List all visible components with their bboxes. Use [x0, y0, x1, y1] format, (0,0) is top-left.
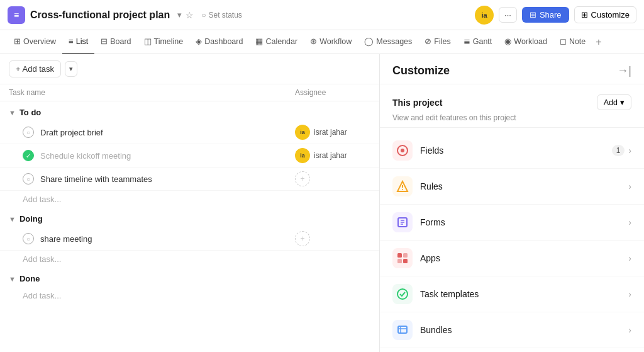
task-row[interactable]: ✓ Schedule kickoff meeting ia israt jaha… — [0, 144, 379, 167]
customize-panel: Customize →| This project Add ▾ View and… — [380, 54, 644, 352]
dashboard-icon: ◈ — [196, 37, 202, 46]
section-todo-header[interactable]: ▼ To do — [0, 101, 379, 121]
assignee-empty-icon[interactable]: + — [295, 171, 310, 186]
project-section: This project Add ▾ View and edit feature… — [380, 84, 644, 128]
overview-icon: ⊞ — [14, 37, 21, 46]
tab-note[interactable]: ◻ Note — [553, 30, 592, 54]
table-header: Task name Assignee — [0, 84, 379, 101]
section-todo-toggle: ▼ — [9, 109, 16, 116]
tab-workload[interactable]: ◉ Workload — [498, 30, 553, 54]
main-layout: + Add task ▾ Task name Assignee ▼ To do … — [0, 54, 644, 352]
task-check-icon[interactable]: ○ — [23, 127, 34, 138]
tab-board[interactable]: ⊟ Board — [94, 30, 137, 54]
share-button[interactable]: ⊞ Share — [522, 7, 569, 23]
task-assignee: + — [295, 171, 370, 186]
close-customize-button[interactable]: →| — [617, 64, 631, 77]
chevron-down-icon[interactable]: ▾ — [177, 10, 182, 20]
avatar: ia — [475, 6, 494, 25]
tab-overview[interactable]: ⊞ Overview — [8, 30, 62, 54]
customize-button[interactable]: ⊞ Customize — [574, 6, 636, 23]
feature-item-forms[interactable]: Forms › — [380, 205, 644, 241]
files-icon: ⊘ — [425, 37, 431, 46]
project-section-desc: View and edit features on this project — [392, 113, 516, 122]
customize-title: Customize — [392, 64, 450, 77]
list-icon: ≡ — [69, 37, 74, 46]
set-status[interactable]: ○ Set status — [201, 11, 242, 20]
task-assignee: ia israt jahar — [295, 125, 370, 140]
svg-rect-14 — [398, 326, 407, 333]
chevron-right-icon: › — [628, 217, 631, 227]
customize-header: Customize →| — [380, 54, 644, 84]
tab-timeline[interactable]: ◫ Timeline — [138, 30, 190, 54]
more-button[interactable]: ··· — [499, 7, 517, 23]
toolbar: + Add task ▾ — [0, 54, 379, 84]
tab-dashboard[interactable]: ◈ Dashboard — [189, 30, 249, 54]
bundles-icon — [392, 320, 413, 340]
customize-icon: ⊞ — [581, 10, 588, 20]
add-task-inline-done[interactable]: Add task... — [0, 287, 379, 304]
svg-point-13 — [397, 289, 408, 299]
section-done-header[interactable]: ▼ Done — [0, 268, 379, 287]
assignee-name: israt jahar — [314, 128, 347, 137]
task-row[interactable]: ○ Draft project brief ia israt jahar — [0, 121, 379, 144]
assignee-avatar: ia — [295, 125, 310, 140]
feature-item-task-templates[interactable]: Task templates › — [380, 276, 644, 312]
task-check-done-icon[interactable]: ✓ — [23, 150, 34, 161]
app-icon[interactable]: ≡ — [8, 6, 25, 24]
feature-list: Fields 1 › Rules › Forms › — [380, 128, 644, 352]
task-check-icon[interactable]: ○ — [23, 173, 34, 185]
star-icon[interactable]: ☆ — [186, 10, 194, 20]
feature-name-apps: Apps — [420, 253, 628, 263]
add-feature-button[interactable]: Add ▾ — [597, 94, 631, 110]
tab-workflow[interactable]: ⊛ Workflow — [304, 30, 358, 54]
timeline-icon: ◫ — [144, 37, 152, 46]
task-templates-icon — [392, 284, 413, 304]
section-doing-header[interactable]: ▼ Doing — [0, 208, 379, 227]
feature-name-task-templates: Task templates — [420, 289, 628, 299]
assignee-empty-icon[interactable]: + — [295, 231, 310, 246]
board-icon: ⊟ — [101, 37, 108, 46]
tab-gantt[interactable]: ≣ Gantt — [457, 30, 499, 54]
feature-item-rules[interactable]: Rules › — [380, 169, 644, 205]
add-task-button[interactable]: + Add task — [9, 60, 61, 77]
feature-item-fields[interactable]: Fields 1 › — [380, 133, 644, 169]
feature-badge-fields: 1 — [612, 145, 625, 156]
tab-files[interactable]: ⊘ Files — [418, 30, 457, 54]
tab-messages[interactable]: ◯ Messages — [358, 30, 418, 54]
task-name: Draft project brief — [40, 128, 295, 137]
top-bar: ≡ Cross-functional project plan ▾ ☆ ○ Se… — [0, 0, 644, 30]
rules-icon — [392, 176, 413, 196]
add-task-inline-doing[interactable]: Add task... — [0, 251, 379, 268]
chevron-right-icon: › — [628, 181, 631, 191]
feature-item-apps[interactable]: Apps › — [380, 241, 644, 276]
svg-point-4 — [402, 189, 403, 190]
project-title: Cross-functional project plan — [30, 9, 170, 21]
svg-rect-10 — [403, 253, 408, 258]
add-tab-button[interactable]: + — [592, 37, 605, 48]
tab-list[interactable]: ≡ List — [62, 30, 94, 54]
add-task-inline-todo[interactable]: Add task... — [0, 191, 379, 208]
svg-point-1 — [401, 149, 404, 152]
feature-item-bundles[interactable]: Bundles › — [380, 312, 644, 348]
svg-rect-12 — [403, 259, 408, 263]
task-row[interactable]: ○ share meeting + — [0, 227, 379, 251]
tab-calendar[interactable]: ▦ Calendar — [249, 30, 304, 54]
task-check-icon[interactable]: ○ — [23, 233, 34, 244]
project-section-title: This project — [392, 98, 442, 108]
share-icon: ⊞ — [530, 10, 536, 20]
add-task-dropdown[interactable]: ▾ — [65, 61, 77, 77]
task-assignee: + — [295, 231, 370, 246]
svg-rect-9 — [397, 253, 402, 258]
feature-name-rules: Rules — [420, 181, 628, 191]
svg-rect-11 — [397, 259, 402, 263]
section-done: ▼ Done Add task... — [0, 268, 379, 304]
task-name: Schedule kickoff meeting — [40, 151, 295, 161]
col-assignee-header: Assignee — [295, 88, 370, 97]
top-bar-right: ia ··· ⊞ Share ⊞ Customize — [475, 6, 636, 25]
task-name: Share timeline with teammates — [40, 174, 295, 184]
task-row[interactable]: ○ Share timeline with teammates + — [0, 167, 379, 191]
title-actions: ▾ ☆ — [177, 10, 194, 20]
feature-name-bundles: Bundles — [420, 325, 628, 335]
feature-name-fields: Fields — [420, 145, 612, 156]
section-done-toggle: ▼ — [9, 275, 16, 283]
